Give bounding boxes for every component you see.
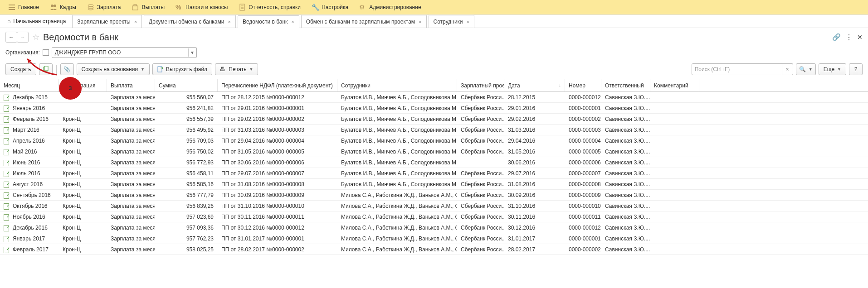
cell: 0000-000001 (565, 103, 601, 113)
table-row[interactable]: Октябрь 2016Крон-ЦЗарплата за месяц956 8… (0, 201, 868, 211)
col-header[interactable]: Зарплатный проект (457, 79, 504, 91)
tab-Ведомости в банк[interactable]: Ведомости в банк× (238, 15, 299, 28)
tab-Начальная страница[interactable]: ⌂Начальная страница (3, 15, 70, 28)
cell: 0000-000012 (565, 92, 601, 102)
help-button[interactable]: ? (849, 63, 863, 75)
cell: Декабрь 2015 (0, 92, 59, 102)
copy-button[interactable] (39, 63, 53, 75)
col-header[interactable]: Организация (59, 79, 107, 91)
dropdown-icon[interactable]: ▾ (188, 48, 196, 57)
table-row[interactable]: Март 2016Крон-ЦЗарплата за месяц956 495,… (0, 125, 868, 135)
table-row[interactable]: Январь 2017Крон-ЦЗарплата за месяц957 76… (0, 233, 868, 244)
col-header[interactable]: Комментарий (650, 79, 699, 91)
cell: Крон-Ц (59, 125, 107, 135)
close-tab-icon[interactable]: × (228, 19, 231, 24)
sort-asc-icon: ↓ (559, 83, 561, 88)
menu-Главное[interactable]: Главное (3, 0, 44, 14)
table-row[interactable]: Январь 2016Зарплата за месяц956 241,82ПП… (0, 103, 868, 114)
document-posted-icon (4, 116, 10, 122)
menu-Настройка[interactable]: 🔧Настройка (306, 0, 354, 14)
svg-point-0 (51, 5, 54, 7)
attach-button[interactable]: 📎 (60, 63, 74, 75)
close-tab-icon[interactable]: × (467, 19, 469, 24)
people-icon (50, 4, 57, 11)
col-header[interactable]: Месяц (0, 79, 59, 91)
more-button[interactable]: Еще▼ (819, 63, 846, 75)
favorite-star-icon[interactable]: ☆ (32, 32, 39, 42)
kebab-menu-icon[interactable]: ⋮ (845, 33, 853, 42)
table-row[interactable]: Декабрь 2016Крон-ЦЗарплата за месяц957 0… (0, 222, 868, 233)
nav-forward-button[interactable]: → (17, 32, 29, 43)
org-filter-checkbox[interactable] (43, 49, 49, 56)
cell: 0000-000010 (565, 201, 601, 211)
col-header[interactable]: Сотрудники (337, 79, 457, 91)
cell: 0000-000002 (565, 244, 601, 254)
menu-Администрирование[interactable]: ⚙Администрирование (354, 0, 426, 14)
menu-Отчетность, справки[interactable]: Отчетность, справки (233, 0, 306, 14)
link-icon[interactable]: 🔗 (832, 33, 841, 41)
cell: 956 557,39 (155, 114, 218, 124)
home-icon: ⌂ (7, 18, 10, 24)
tab-Документы обмена с банками[interactable]: Документы обмена с банками× (144, 15, 236, 28)
cell: 0000-000002 (565, 114, 601, 124)
cell: Крон-Ц (59, 201, 107, 211)
magnifier-icon: 🔍 (799, 66, 806, 72)
search-advanced-button[interactable]: 🔍▼ (796, 63, 816, 75)
col-header[interactable]: Дата↓ (504, 79, 565, 91)
col-header[interactable]: Выплата (107, 79, 155, 91)
cell: ПП от 28.02.2017 №0000-000002 (218, 244, 337, 254)
nav-back-button[interactable]: ← (5, 32, 17, 43)
page-title: Ведомости в банк (43, 32, 118, 43)
document-posted-icon (4, 214, 10, 220)
cell: Сбербанк Росси... (457, 146, 504, 157)
cell: 956 839,26 (155, 201, 218, 211)
cell (650, 222, 699, 233)
cell: Крон-Ц (59, 146, 107, 157)
table-row[interactable]: Февраль 2017Крон-ЦЗарплата за месяц958 0… (0, 244, 868, 255)
cell: 28.12.2015 (504, 92, 565, 102)
search-input[interactable]: Поиск (Ctrl+F) (692, 63, 782, 75)
menu-Зарплата[interactable]: Зарплата (82, 0, 127, 14)
menu-Налоги и взносы[interactable]: %Налоги и взносы (170, 0, 233, 14)
cell: Булатов И.В., Минчев А.Б., Солодовникова… (337, 146, 457, 157)
table-row[interactable]: Июль 2016Крон-ЦЗарплата за месяц956 458,… (0, 168, 868, 179)
tab-Обмен с банками по зарплатным проектам[interactable]: Обмен с банками по зарплатным проектам× (301, 15, 427, 28)
menu-Выплаты[interactable]: Выплаты (126, 0, 170, 14)
close-tab-icon[interactable]: × (134, 19, 137, 24)
cell: Зарплата за месяц (107, 157, 155, 168)
print-button[interactable]: 🖶Печать▼ (215, 63, 258, 75)
table-row[interactable]: Февраль 2016Крон-ЦЗарплата за месяц956 5… (0, 114, 868, 125)
col-header[interactable]: Ответственный (601, 79, 650, 91)
table-row[interactable]: Май 2016Крон-ЦЗарплата за месяц956 750,0… (0, 146, 868, 157)
create-based-button[interactable]: Создать на основании▼ (77, 63, 150, 75)
cell: Савинская З.Ю.... (601, 201, 650, 211)
close-page-icon[interactable]: ✕ (857, 34, 863, 41)
export-file-button[interactable]: Выгрузить файл (152, 63, 212, 75)
create-button[interactable]: Создать (5, 63, 36, 75)
table-row[interactable]: Июнь 2016Крон-ЦЗарплата за месяц956 772,… (0, 157, 868, 168)
org-select[interactable]: ДЖИНДЖЕР ГРУПП ООО ▾ (52, 47, 197, 58)
table-row[interactable]: Декабрь 2015Зарплата за месяц955 560,07П… (0, 92, 868, 103)
cell: Май 2016 (0, 146, 59, 157)
tab-Сотрудники[interactable]: Сотрудники× (429, 15, 474, 28)
col-header[interactable]: Перечисление НДФЛ (платежный документ) (218, 79, 337, 91)
cell: Сбербанк Росси... (457, 211, 504, 222)
menu-Кадры[interactable]: Кадры (44, 0, 82, 14)
col-header[interactable]: Сумма (155, 79, 218, 91)
table-row[interactable]: Ноябрь 2016Крон-ЦЗарплата за месяц957 02… (0, 211, 868, 222)
close-tab-icon[interactable]: × (291, 19, 294, 24)
cell: Савинская З.Ю.... (601, 168, 650, 178)
tab-Зарплатные проекты[interactable]: Зарплатные проекты× (72, 15, 142, 28)
table-row[interactable]: Август 2016Крон-ЦЗарплата за месяц956 58… (0, 179, 868, 190)
cell: Булатов И.В., Минчев А.Б., Солодовникова… (337, 92, 457, 102)
cell (457, 157, 504, 168)
cell: 956 241,82 (155, 103, 218, 113)
document-posted-icon (4, 203, 10, 209)
table-row[interactable]: Апрель 2016Крон-ЦЗарплата за месяц956 70… (0, 135, 868, 146)
table-row[interactable]: Сентябрь 2016Крон-ЦЗарплата за месяц956 … (0, 190, 868, 201)
col-header[interactable]: Номер (565, 79, 601, 91)
cell: Булатов И.В., Минчев А.Б., Солодовникова… (337, 168, 457, 178)
search-clear-button[interactable]: × (782, 63, 793, 75)
close-tab-icon[interactable]: × (419, 19, 421, 24)
cell: Крон-Ц (59, 190, 107, 200)
